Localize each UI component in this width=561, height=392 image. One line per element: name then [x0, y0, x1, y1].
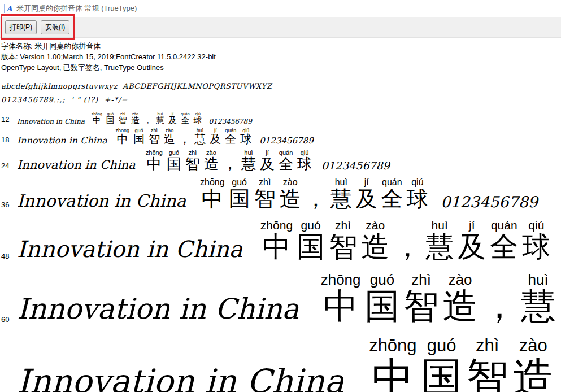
latin-sample-text: Innovation in China [17, 117, 85, 125]
hanzi-character: 智 [254, 188, 276, 211]
hanzi-with-pinyin: jí及 [356, 178, 377, 211]
hanzi-with-pinyin: jí及 [210, 128, 221, 146]
preview-row: 72Innovation in Chinazhōng中guó国zhì智zào造 [0, 337, 561, 392]
alphabet-sample-line: abcdefghijklmnopqrstuvwxyz ABCDEFGHIJKLM… [1, 82, 561, 90]
preview-row: 24Innovation in Chinazhōng中guó国zhì智zào造，… [0, 150, 561, 172]
pinyin-annotation: zhì [335, 219, 351, 232]
hanzi-character: 国 [297, 232, 325, 262]
hanzi-with-pinyin: zhì智 [185, 150, 200, 172]
hanzi-character: ， [305, 188, 327, 211]
title-bar: A 米开同桌的你拼音体 常规 (TrueType) [0, 0, 561, 17]
hanzi-with-pinyin: qiú球 [522, 219, 550, 262]
digits-sample-text: 0123456789 [441, 193, 538, 211]
hanzi-with-pinyin: ， [179, 133, 190, 146]
latin-sample-text: Innovation in China [17, 135, 107, 146]
hanzi-character: 全 [279, 156, 293, 172]
hanzi-character: 造 [443, 288, 478, 325]
hanzi-with-pinyin: guó国 [167, 150, 181, 172]
hanzi-with-pinyin: ， [223, 156, 237, 172]
hanzi-character: 中 [372, 355, 414, 392]
hanzi-character: 球 [407, 188, 428, 211]
hanzi-with-pinyin: quán全 [181, 112, 190, 125]
hanzi-with-pinyin: huì慧 [241, 150, 256, 172]
hanzi-with-pinyin: zhōng中 [369, 337, 416, 392]
hanzi-character: 造 [512, 355, 554, 392]
hanzi-with-pinyin: huì慧 [425, 219, 454, 262]
hanzi-with-pinyin: zhōng中 [146, 150, 163, 172]
preview-row: 60Innovation in Chinazhōng中guó国zhì智zào造，… [0, 272, 561, 325]
hanzi-character: 慧 [194, 133, 206, 146]
pinyin-annotation: zhì [476, 337, 499, 355]
font-size-label: 60 [1, 315, 9, 324]
hanzi-with-pinyin: huì慧 [330, 178, 352, 211]
hanzi-character: 国 [365, 288, 400, 325]
hanzi-character: 造 [164, 133, 175, 146]
hanzi-with-pinyin: zhōng中 [115, 128, 129, 146]
hanzi-character: 中 [323, 288, 358, 325]
hanzi-character: 全 [381, 188, 403, 211]
install-button[interactable]: 安装(I) [41, 20, 69, 34]
font-name-line: 字体名称: 米开同桌的你拼音体 [1, 41, 561, 51]
hanzi-with-pinyin: qiú球 [240, 128, 251, 146]
font-features-line: OpenType Layout, 已数字签名, TrueType Outline… [1, 62, 561, 73]
hanzi-character: 中 [262, 232, 290, 262]
hanzi-character: 智 [149, 133, 160, 146]
print-button[interactable]: 打印(P) [5, 20, 37, 34]
hanzi-character: 智 [119, 116, 127, 125]
hanzi-character: 及 [356, 188, 377, 211]
font-file-icon: A [4, 4, 13, 13]
digits-sample-text: 0123456789 [209, 117, 252, 125]
pinyin-annotation: huì [432, 219, 448, 232]
hanzi-character: 智 [185, 156, 200, 172]
hanzi-with-pinyin: jí及 [458, 219, 486, 262]
hanzi-with-pinyin: quán全 [490, 219, 518, 262]
hanzi-character: 慧 [330, 188, 352, 211]
hanzi-with-pinyin: zào造 [361, 219, 389, 262]
hanzi-with-pinyin: guó国 [421, 337, 463, 392]
hanzi-with-pinyin: ， [305, 188, 327, 211]
font-version-line: 版本: Version 1.00;March 15, 2019;FontCrea… [1, 51, 561, 62]
pinyin-annotation: qiú [528, 219, 544, 232]
hanzi-character: 智 [329, 232, 357, 262]
hanzi-with-pinyin: zhōng中 [321, 272, 361, 325]
latin-sample-text: Innovation in China [17, 191, 186, 211]
hanzi-character: 球 [522, 232, 550, 262]
hanzi-with-pinyin: guó国 [297, 219, 325, 262]
hanzi-with-pinyin: zào造 [280, 178, 301, 211]
charset-samples: abcdefghijklmnopqrstuvwxyz ABCDEFGHIJKLM… [0, 73, 561, 104]
toolbar: 打印(P) 安装(I) [0, 17, 561, 38]
pinyin-annotation: zhōng [369, 337, 416, 355]
hanzi-with-pinyin: zhì智 [119, 112, 127, 125]
font-size-label: 12 [1, 115, 9, 124]
preview-row: 36Innovation in Chinazhōng中guó国zhì智zào造，… [0, 178, 561, 211]
hanzi-with-pinyin: zhì智 [254, 178, 276, 211]
hanzi-character: 造 [361, 232, 389, 262]
hanzi-with-pinyin: jí及 [260, 150, 275, 172]
hanzi-character: 及 [210, 133, 221, 146]
hanzi-with-pinyin: quán全 [381, 178, 403, 211]
hanzi-with-pinyin: zhì智 [404, 272, 439, 325]
pinyin-annotation: quán [491, 219, 517, 232]
hanzi-with-pinyin: zào造 [443, 272, 478, 325]
hanzi-with-pinyin: guó国 [229, 178, 250, 211]
hanzi-with-pinyin: zhì智 [149, 128, 160, 146]
hanzi-character: 造 [204, 156, 219, 172]
font-size-label: 24 [1, 162, 9, 170]
hanzi-with-pinyin: zhōng中 [260, 219, 293, 262]
hanzi-character: 中 [117, 133, 128, 146]
hanzi-character: 造 [280, 188, 301, 211]
latin-sample-text: Innovation in China [17, 362, 344, 392]
hanzi-with-pinyin: huì慧 [156, 112, 164, 125]
hanzi-character: 智 [404, 288, 439, 325]
hanzi-character: 全 [225, 133, 236, 146]
hanzi-with-pinyin: qiú球 [407, 178, 428, 211]
hanzi-with-pinyin: guó国 [365, 272, 400, 325]
latin-sample-text: Innovation in China [17, 158, 136, 172]
hanzi-character: 全 [490, 232, 518, 262]
pinyin-annotation: guó [301, 219, 321, 232]
hanzi-with-pinyin: jí及 [168, 112, 177, 125]
hanzi-character: 国 [229, 188, 250, 211]
window-title: 米开同桌的你拼音体 常规 (TrueType) [16, 3, 137, 14]
hanzi-character: 造 [131, 116, 140, 125]
latin-sample-text: Innovation in China [17, 293, 299, 325]
